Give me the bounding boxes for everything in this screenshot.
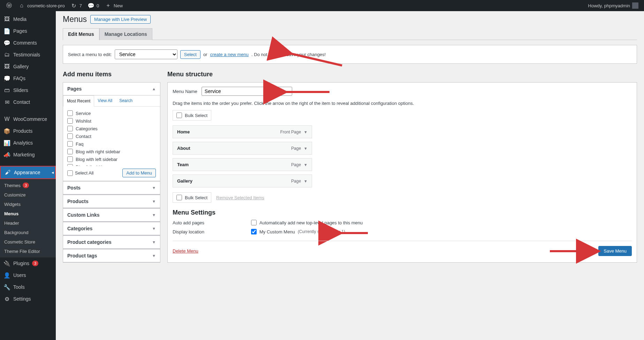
sidebar-item-gallery[interactable]: 🖼Gallery <box>0 61 56 72</box>
page-checkbox[interactable] <box>67 133 73 139</box>
page-checkbox[interactable] <box>67 118 73 124</box>
sidebar-item-marketing[interactable]: 📣Marketing <box>0 149 56 161</box>
page-checkbox[interactable] <box>67 141 73 147</box>
select-all[interactable]: Select All <box>67 170 93 176</box>
menu-item[interactable]: HomeFront Page▼ <box>173 125 312 138</box>
metabox-toggle[interactable]: Product categories▼ <box>63 236 160 249</box>
select-all-checkbox[interactable] <box>67 170 73 176</box>
chevron-down-icon: ▼ <box>152 254 156 258</box>
sidebar-item-faqs[interactable]: 💭FAQs <box>0 72 56 84</box>
sidebar-item-plugins[interactable]: 🔌Plugins3 <box>0 257 56 269</box>
select-button[interactable]: Select <box>180 50 200 59</box>
annotation-arrow-icon <box>548 246 600 256</box>
sidebar-sub-themes[interactable]: Themes3 <box>0 180 56 190</box>
page-checkbox-item[interactable]: Contact <box>67 132 156 140</box>
nav-tabs: Edit Menus Manage Locations <box>63 28 637 40</box>
new-content[interactable]: +New <box>102 0 126 11</box>
page-checkbox-item[interactable]: Service <box>67 109 156 117</box>
sidebar-sub-cosmetic-store[interactable]: Cosmetic Store <box>0 237 56 247</box>
page-checkbox[interactable] <box>67 126 73 131</box>
delete-menu-link[interactable]: Delete Menu <box>173 248 198 254</box>
sidebar-item-pages[interactable]: 📄Pages <box>0 25 56 37</box>
pages-checklist[interactable]: ServiceWishlistCategoriesContactFaqBlog … <box>63 107 160 166</box>
sidebar-sub-menus[interactable]: Menus <box>0 209 56 218</box>
comments[interactable]: 💬0 <box>85 0 102 11</box>
bulk-checkbox[interactable] <box>176 113 182 118</box>
sidebar-item-media[interactable]: 🖼Media <box>0 13 56 25</box>
admin-toolbar: ⓦ ⌂cosmetic-store-pro ↻7 💬0 +New Howdy, … <box>0 0 644 11</box>
tab-search[interactable]: Search <box>116 95 136 106</box>
metabox-toggle[interactable]: Pages▲ <box>63 83 160 95</box>
sidebar-sub-theme-file-editor[interactable]: Theme File Editor <box>0 247 56 256</box>
page-checkbox-item[interactable]: Categories <box>67 125 156 132</box>
page-checkbox[interactable] <box>67 164 73 166</box>
sidebar-item-settings[interactable]: ⚙Settings <box>0 293 56 305</box>
bulk-checkbox[interactable] <box>176 195 182 200</box>
updates[interactable]: ↻7 <box>68 0 85 11</box>
live-preview-button[interactable]: Manage with Live Preview <box>90 15 151 24</box>
bulk-select-top[interactable]: Bulk Select <box>173 110 211 121</box>
tab-most-recent[interactable]: Most Recent <box>63 95 94 107</box>
page-checkbox[interactable] <box>67 110 73 116</box>
add-items-heading: Add menu items <box>63 71 160 78</box>
sidebar-item-testimonials[interactable]: 🗂Testimonials <box>0 49 56 61</box>
sidebar-sub-widgets[interactable]: Widgets <box>0 200 56 209</box>
page-checkbox-item[interactable]: Wishlist <box>67 117 156 125</box>
sidebar-sub-customize[interactable]: Customize <box>0 190 56 200</box>
sidebar-item-products[interactable]: 📦Products <box>0 125 56 137</box>
toolbar-right[interactable]: Howdy, phpmyadmin <box>588 2 641 9</box>
sidebar-item-appearance[interactable]: 🖌Appearance <box>0 166 56 179</box>
bulk-select-bottom[interactable]: Bulk Select <box>173 192 211 203</box>
sidebar-item-comments[interactable]: 💬Comments <box>0 37 56 49</box>
display-location-label: Display location <box>173 229 251 234</box>
sidebar-sub-background[interactable]: Background <box>0 228 56 237</box>
sidebar-item-analytics[interactable]: 📊Analytics <box>0 137 56 149</box>
page-checkbox[interactable] <box>67 149 73 154</box>
appearance-icon: 🖌 <box>4 169 11 176</box>
metabox-posts: Posts▼ <box>63 181 160 195</box>
sidebar-item-tools[interactable]: 🔧Tools <box>0 281 56 293</box>
sidebar-item-woocommerce[interactable]: WWooCommerce <box>0 113 56 125</box>
chevron-down-icon[interactable]: ▼ <box>304 130 308 134</box>
tab-edit-menus[interactable]: Edit Menus <box>63 28 99 40</box>
chevron-down-icon: ▼ <box>152 199 156 203</box>
auto-add-text: Automatically add new top-level pages to… <box>259 220 363 225</box>
site-name[interactable]: ⌂cosmetic-store-pro <box>15 0 68 11</box>
page-checkbox-item[interactable]: Blog full width <box>67 163 156 166</box>
page-checkbox-item[interactable]: Faq <box>67 140 156 148</box>
metabox-toggle[interactable]: Categories▼ <box>63 222 160 235</box>
metabox-toggle[interactable]: Product tags▼ <box>63 249 160 262</box>
menu-name-input[interactable] <box>202 87 292 96</box>
sidebar-item-sliders[interactable]: 🗃Sliders <box>0 84 56 96</box>
display-location-checkbox[interactable] <box>251 229 257 234</box>
tab-view-all[interactable]: View All <box>94 95 116 106</box>
chevron-down-icon[interactable]: ▼ <box>304 163 308 167</box>
menu-select[interactable]: Service <box>115 49 177 59</box>
page-checkbox-item[interactable]: Blog with left sidebar <box>67 155 156 163</box>
marketing-icon: 📣 <box>3 151 10 158</box>
auto-add-checkbox[interactable] <box>251 220 257 225</box>
faqs-icon: 💭 <box>3 75 10 82</box>
page-checkbox[interactable] <box>67 156 73 162</box>
metabox-toggle[interactable]: Products▼ <box>63 195 160 208</box>
wp-logo[interactable]: ⓦ <box>3 0 15 11</box>
add-to-menu-button[interactable]: Add to Menu <box>122 169 156 177</box>
metabox-toggle[interactable]: Posts▼ <box>63 181 160 194</box>
chevron-down-icon[interactable]: ▼ <box>304 146 308 150</box>
chevron-up-icon: ▲ <box>152 87 156 91</box>
page-checkbox-item[interactable]: Blog with right sidebar <box>67 148 156 155</box>
metabox-toggle[interactable]: Custom Links▼ <box>63 209 160 222</box>
menu-item[interactable]: TeamPage▼ <box>173 158 312 171</box>
menu-item[interactable]: GalleryPage▼ <box>173 175 312 187</box>
badge: 3 <box>23 183 29 188</box>
create-menu-link[interactable]: create a new menu <box>210 52 249 57</box>
sidebar-item-contact[interactable]: ✉Contact <box>0 96 56 108</box>
save-menu-button[interactable]: Save Menu <box>598 246 632 256</box>
chevron-down-icon[interactable]: ▼ <box>304 179 308 183</box>
sidebar-sub-header[interactable]: Header <box>0 218 56 228</box>
tab-manage-locations[interactable]: Manage Locations <box>99 28 152 40</box>
menu-item[interactable]: AboutPage▼ <box>173 142 312 155</box>
metabox-product-tags: Product tags▼ <box>63 249 160 263</box>
metabox-custom-links: Custom Links▼ <box>63 208 160 222</box>
sidebar-item-users[interactable]: 👤Users <box>0 269 56 281</box>
